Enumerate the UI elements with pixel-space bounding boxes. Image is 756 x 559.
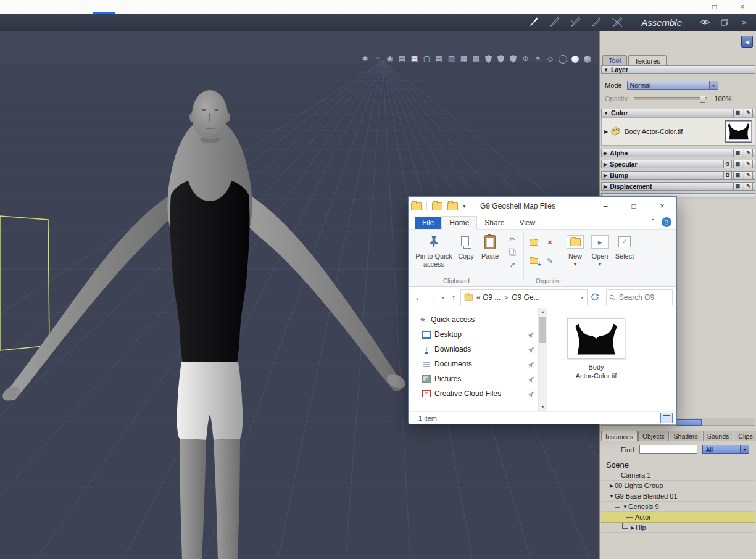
wire-diamond-icon[interactable]: ◇ <box>546 54 555 64</box>
search-field[interactable] <box>606 289 673 305</box>
collapse-ribbon-icon[interactable]: ⌃ <box>650 218 655 225</box>
scene-item-g9-base[interactable]: ▼ G9 Base Blended 01 <box>601 491 755 502</box>
displacement-section-header[interactable]: ▶ Displacement ▦ ✎ <box>601 182 755 191</box>
snow-icon[interactable]: ✶ <box>533 54 542 64</box>
layout-grid-icon[interactable]: ▦ <box>459 54 468 64</box>
forward-icon[interactable]: → <box>426 292 439 302</box>
levels-icon[interactable]: ≡ <box>373 54 382 64</box>
chevron-right-icon[interactable]: ▶ <box>604 129 608 135</box>
chevron-down-icon[interactable]: ▼ <box>462 204 467 209</box>
layout-mixed-icon[interactable]: ▩ <box>471 54 481 64</box>
scene-item-camera1[interactable]: Camera 1 <box>601 470 755 481</box>
orbit-icon[interactable]: ⊕ <box>521 54 530 64</box>
scrollbar-thumb[interactable] <box>676 419 702 426</box>
texture-grid-icon[interactable]: ▦ <box>733 149 742 157</box>
details-view-icon[interactable] <box>644 413 657 423</box>
tab-instances[interactable]: Instances <box>601 431 638 441</box>
new-folder-button[interactable]: New ▼ <box>563 233 588 268</box>
maximize-icon[interactable]: □ <box>700 0 728 14</box>
breadcrumb-current[interactable]: G9 Ge... <box>512 293 539 302</box>
copy-path-icon[interactable] <box>507 247 517 256</box>
paste-shortcut-icon[interactable]: ↗ <box>507 260 517 269</box>
refresh-icon[interactable] <box>588 293 602 302</box>
tab-file[interactable]: File <box>415 217 441 229</box>
chevron-down-icon[interactable]: ▼ <box>740 445 749 453</box>
find-input[interactable] <box>639 445 697 454</box>
tab-shaders[interactable]: Shaders <box>670 431 702 441</box>
filter-select[interactable]: All ▼ <box>702 445 749 454</box>
nav-creative-cloud[interactable]: ∞ Creative Cloud Files <box>409 386 538 401</box>
file-item[interactable]: Body Actor-Color.tif <box>564 318 628 380</box>
open-button[interactable]: ▸ Open ▼ <box>588 233 612 268</box>
grid-icon[interactable]: ▦ <box>410 54 419 64</box>
chevron-down-icon[interactable]: ▼ <box>573 260 578 268</box>
help-icon[interactable]: ? <box>662 217 671 227</box>
files-pane[interactable]: Body Actor-Color.tif <box>547 308 676 411</box>
close-icon[interactable]: × <box>648 197 676 215</box>
scene-item-lights-group[interactable]: ▶ 00 Lights Group <box>601 481 755 491</box>
chevron-down-icon[interactable]: ▼ <box>598 260 602 268</box>
textured-sphere-icon[interactable] <box>583 54 592 64</box>
scene-item-genesis9[interactable]: ▼ Genesis 9 <box>601 502 755 512</box>
tab-tool[interactable]: Tool <box>602 55 627 65</box>
texture-grid-icon[interactable]: ▦ <box>733 182 742 191</box>
rename-icon[interactable]: ✎ <box>542 253 557 269</box>
close-pane-icon[interactable]: × <box>739 17 750 28</box>
edit-map-icon[interactable]: ✎ <box>744 149 753 157</box>
up-icon[interactable]: ↑ <box>447 292 460 302</box>
nav-scrollbar[interactable]: ▲ ▼ <box>538 308 547 411</box>
copy-button[interactable]: Copy <box>454 233 478 260</box>
nav-quick-access[interactable]: ★ Quick access <box>409 312 538 327</box>
edit-map-icon[interactable]: ✎ <box>744 171 753 180</box>
blend-mode-select[interactable]: Normal ▼ <box>627 81 718 90</box>
tab-share[interactable]: Share <box>477 217 512 229</box>
delete-icon[interactable]: × <box>542 234 557 251</box>
shield-b-icon[interactable] <box>496 54 505 64</box>
edit-map-icon[interactable]: ✎ <box>744 160 753 168</box>
tab-textures[interactable]: Textures <box>628 55 667 65</box>
back-icon[interactable]: ← <box>412 292 426 302</box>
minimize-icon[interactable]: – <box>591 197 620 215</box>
alpha-section-header[interactable]: ▶ Alpha ▦ ✎ <box>601 149 755 157</box>
pin-to-quick-access-button[interactable]: Pin to Quick access <box>413 233 454 268</box>
cut-icon[interactable]: ✂ <box>507 234 517 243</box>
shield-a-icon[interactable] <box>484 54 493 64</box>
chevron-right-icon[interactable]: ▶ <box>609 483 615 489</box>
color-map-row[interactable]: ▶ Body Actor-Color.tif <box>601 117 755 146</box>
paste-button[interactable]: Paste <box>478 233 502 260</box>
texture-grid-icon[interactable]: ▦ <box>733 160 742 168</box>
breadcrumb[interactable]: « G9 ... > G9 Ge... ▼ <box>460 289 588 305</box>
chevron-down-icon[interactable]: ▼ <box>622 504 628 510</box>
scroll-down-icon[interactable]: ▼ <box>539 404 547 411</box>
color-map-thumbnail[interactable] <box>725 120 752 143</box>
paint-brush-active-icon[interactable] <box>528 17 539 28</box>
edit-map-icon[interactable]: ✎ <box>744 182 753 191</box>
visibility-eye-icon[interactable] <box>699 17 710 28</box>
paint-brush-icon[interactable] <box>549 17 560 28</box>
opacity-slider[interactable] <box>634 97 707 100</box>
scroll-up-icon[interactable]: ▲ <box>539 308 547 316</box>
chevron-down-icon[interactable]: ▼ <box>709 81 718 89</box>
shaded-sphere-icon[interactable] <box>570 54 579 64</box>
bump-section-header[interactable]: ▶ Bump B ▦ ✎ <box>601 171 755 180</box>
eraser-brush-icon[interactable] <box>612 17 623 28</box>
move-to-icon[interactable]: → <box>526 234 541 251</box>
explorer-titlebar[interactable]: ▼ G9 Geoshell Map Files – □ × <box>409 197 676 215</box>
breadcrumb-parent[interactable]: « G9 ... <box>476 293 501 302</box>
scene-item-hip[interactable]: ▶ Hip <box>601 523 755 533</box>
film-icon[interactable]: ▤ <box>397 54 407 64</box>
texture-grid-icon[interactable]: ▦ <box>733 109 742 117</box>
layout-single-icon[interactable]: ▢ <box>422 54 431 64</box>
properties-folder-icon[interactable] <box>432 202 442 210</box>
collapse-panel-icon[interactable]: ◀ <box>741 36 753 48</box>
color-section-header[interactable]: ▼ Color ▦ ✎ <box>601 109 755 117</box>
nav-desktop[interactable]: Desktop <box>409 327 538 342</box>
wire-sphere-icon[interactable] <box>558 54 567 64</box>
layout-rows-icon[interactable]: ▤ <box>434 54 444 64</box>
paint-select-icon[interactable]: ✱ <box>360 54 370 64</box>
chevron-down-icon[interactable]: ▼ <box>609 494 615 499</box>
new-folder-qat-icon[interactable] <box>447 202 458 210</box>
nav-documents[interactable]: Documents <box>409 357 538 371</box>
chevron-down-icon[interactable]: ▼ <box>580 296 584 300</box>
chevron-down-icon[interactable]: ▼ <box>439 296 447 300</box>
